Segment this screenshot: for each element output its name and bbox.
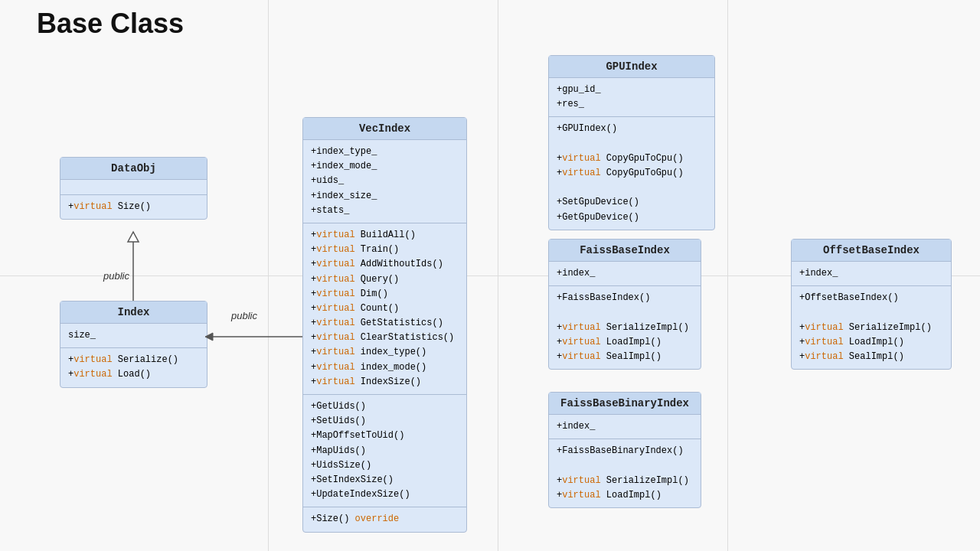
index-attributes: size_ (60, 324, 207, 348)
vecindex-virtual-methods: +virtual BuildAll() +virtual Train() +vi… (303, 223, 466, 395)
dataobj-methods: +virtual Size() (60, 195, 207, 219)
vecindex-header: VecIndex (303, 118, 466, 140)
vecindex-class: VecIndex +index_type_ +index_mode_ +uids… (302, 117, 467, 533)
faissbaseindex-attributes: +index_ (549, 262, 701, 286)
dataobj-attributes (60, 180, 207, 195)
index-class: Index size_ +virtual Serialize() +virtua… (60, 301, 207, 388)
vecindex-attributes: +index_type_ +index_mode_ +uids_ +index_… (303, 140, 466, 223)
dataobj-header: DataObj (60, 158, 207, 180)
offsetbaseindex-header: OffsetBaseIndex (792, 240, 951, 262)
svg-marker-1 (128, 232, 139, 242)
faissbaseindex-methods: +FaissBaseIndex() +virtual SerializeImpl… (549, 286, 701, 369)
faissbbasebinaryindex-methods: +FaissBaseBinaryIndex() +virtual Seriali… (549, 439, 701, 507)
index-header: Index (60, 302, 207, 324)
gpuindex-attributes: +gpu_id_ +res_ (549, 78, 714, 117)
faissbaseindex-header: FaissBaseIndex (549, 240, 701, 262)
index-methods: +virtual Serialize() +virtual Load() (60, 348, 207, 386)
faissbbasebinaryindex-header: FaissBaseBinaryIndex (549, 393, 701, 415)
page-title: Base Class (37, 8, 184, 40)
public-label-2: public (231, 310, 257, 321)
vecindex-plain-methods: +GetUids() +SetUids() +MapOffsetToUid() … (303, 395, 466, 507)
offsetbaseindex-methods: +OffsetBaseIndex() +virtual SerializeImp… (792, 286, 951, 369)
offsetbaseindex-class: OffsetBaseIndex +index_ +OffsetBaseIndex… (791, 239, 952, 370)
public-label-1: public (103, 270, 129, 282)
vecindex-override-methods: +Size() override (303, 507, 466, 531)
faissbaseindex-class: FaissBaseIndex +index_ +FaissBaseIndex()… (548, 239, 701, 370)
offsetbaseindex-attributes: +index_ (792, 262, 951, 286)
gpuindex-class: GPUIndex +gpu_id_ +res_ +GPUIndex() +vir… (548, 55, 715, 230)
gpuindex-header: GPUIndex (549, 56, 714, 78)
dataobj-class: DataObj +virtual Size() (60, 157, 207, 220)
faissbbasebinaryindex-class: FaissBaseBinaryIndex +index_ +FaissBaseB… (548, 392, 701, 508)
faissbbasebinaryindex-attributes: +index_ (549, 415, 701, 439)
gpuindex-methods: +GPUIndex() +virtual CopyGpuToCpu() +vir… (549, 117, 714, 229)
